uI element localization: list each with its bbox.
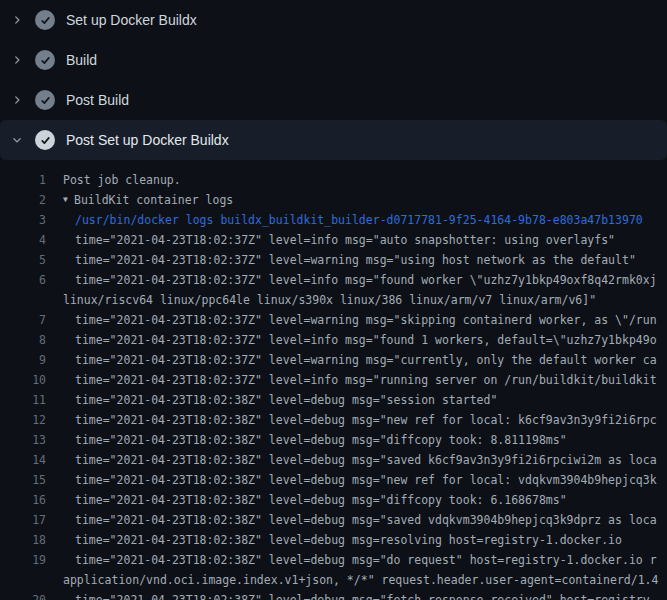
chevron-down-icon xyxy=(11,135,23,145)
log-line-number[interactable]: 7 xyxy=(0,310,46,330)
log-line: 1 Post job cleanup. xyxy=(0,170,667,190)
log-line-text: time="2021-04-23T18:02:38Z" level=debug … xyxy=(46,530,622,550)
log-line-number[interactable]: 19 xyxy=(0,550,46,570)
check-circle-icon xyxy=(35,90,55,110)
log-line-text: time="2021-04-23T18:02:38Z" level=debug … xyxy=(46,510,657,530)
log-line-number[interactable]: 1 xyxy=(0,170,46,190)
log-line-number[interactable] xyxy=(0,290,46,310)
log-line: 9 time="2021-04-23T18:02:37Z" level=warn… xyxy=(0,350,667,370)
log-line-text: time="2021-04-23T18:02:37Z" level=info m… xyxy=(46,230,615,250)
log-line: 7 time="2021-04-23T18:02:37Z" level=warn… xyxy=(0,310,667,330)
log-line: 10 time="2021-04-23T18:02:37Z" level=inf… xyxy=(0,370,667,390)
log-line-text: application/vnd.oci.image.index.v1+json,… xyxy=(46,570,658,590)
collapse-triangle-icon[interactable]: ▼ xyxy=(46,190,74,210)
step-header-post-build[interactable]: Post Build xyxy=(0,80,667,120)
step-header-post-set-up-docker-buildx[interactable]: Post Set up Docker Buildx xyxy=(0,120,667,160)
log-line-number[interactable]: 8 xyxy=(0,330,46,350)
check-circle-icon xyxy=(35,10,55,30)
log-line-text: time="2021-04-23T18:02:37Z" level=warnin… xyxy=(46,250,636,270)
log-group-toggle[interactable]: 2 ▼ BuildKit container logs xyxy=(0,190,667,210)
log-line-text: time="2021-04-23T18:02:37Z" level=info m… xyxy=(46,370,657,390)
log-line-text: time="2021-04-23T18:02:38Z" level=debug … xyxy=(46,410,657,430)
log-viewer: 1 Post job cleanup. 2 ▼ BuildKit contain… xyxy=(0,160,667,600)
log-line-text: time="2021-04-23T18:02:37Z" level=warnin… xyxy=(46,310,657,330)
log-line: application/vnd.oci.image.index.v1+json,… xyxy=(0,570,667,590)
log-line: 18 time="2021-04-23T18:02:38Z" level=deb… xyxy=(0,530,667,550)
log-line-number[interactable]: 2 xyxy=(0,190,46,210)
log-line: 6 time="2021-04-23T18:02:37Z" level=info… xyxy=(0,270,667,290)
log-line-number[interactable]: 4 xyxy=(0,230,46,250)
log-line-text: time="2021-04-23T18:02:38Z" level=debug … xyxy=(46,390,497,410)
log-line-number[interactable] xyxy=(0,570,46,590)
log-line-number[interactable]: 6 xyxy=(0,270,46,290)
log-line-text: time="2021-04-23T18:02:37Z" level=info m… xyxy=(46,270,657,290)
log-line-number[interactable]: 20 xyxy=(0,590,46,600)
log-line: 16 time="2021-04-23T18:02:38Z" level=deb… xyxy=(0,490,667,510)
log-line-number[interactable]: 12 xyxy=(0,410,46,430)
log-line: 5 time="2021-04-23T18:02:37Z" level=warn… xyxy=(0,250,667,270)
log-line: 8 time="2021-04-23T18:02:37Z" level=info… xyxy=(0,330,667,350)
log-line-number[interactable]: 18 xyxy=(0,530,46,550)
step-label: Set up Docker Buildx xyxy=(66,12,197,28)
step-header-set-up-docker-buildx[interactable]: Set up Docker Buildx xyxy=(0,0,667,40)
check-circle-icon xyxy=(35,130,55,150)
log-line: 14 time="2021-04-23T18:02:38Z" level=deb… xyxy=(0,450,667,470)
chevron-right-icon xyxy=(11,95,23,105)
log-line-text: time="2021-04-23T18:02:38Z" level=debug … xyxy=(46,470,657,490)
log-line: 12 time="2021-04-23T18:02:38Z" level=deb… xyxy=(0,410,667,430)
log-line-number[interactable]: 16 xyxy=(0,490,46,510)
log-line: 15 time="2021-04-23T18:02:38Z" level=deb… xyxy=(0,470,667,490)
step-header-build[interactable]: Build xyxy=(0,40,667,80)
log-line: 19 time="2021-04-23T18:02:38Z" level=deb… xyxy=(0,550,667,570)
log-line: 4 time="2021-04-23T18:02:37Z" level=info… xyxy=(0,230,667,250)
check-circle-icon xyxy=(35,50,55,70)
workflow-steps: Set up Docker Buildx Build Post Build xyxy=(0,0,667,160)
log-line-number[interactable]: 5 xyxy=(0,250,46,270)
log-line-text: Post job cleanup. xyxy=(46,170,181,190)
log-line-text: time="2021-04-23T18:02:37Z" level=info m… xyxy=(46,330,657,350)
chevron-right-icon xyxy=(11,55,23,65)
log-line-number[interactable]: 15 xyxy=(0,470,46,490)
log-line-number[interactable]: 17 xyxy=(0,510,46,530)
log-command-text: /usr/bin/docker logs buildx_buildkit_bui… xyxy=(46,210,643,230)
log-line-text: time="2021-04-23T18:02:38Z" level=debug … xyxy=(46,490,567,510)
log-line-number[interactable]: 14 xyxy=(0,450,46,470)
log-line-text: time="2021-04-23T18:02:38Z" level=debug … xyxy=(46,430,567,450)
log-line-text: time="2021-04-23T18:02:38Z" level=debug … xyxy=(46,590,657,600)
log-line: 3 /usr/bin/docker logs buildx_buildkit_b… xyxy=(0,210,667,230)
step-label: Post Build xyxy=(66,92,129,108)
step-label: Build xyxy=(66,52,97,68)
log-line-number[interactable]: 13 xyxy=(0,430,46,450)
log-line-text: time="2021-04-23T18:02:37Z" level=warnin… xyxy=(46,350,657,370)
step-label: Post Set up Docker Buildx xyxy=(66,132,229,148)
log-line-text: time="2021-04-23T18:02:38Z" level=debug … xyxy=(46,550,657,570)
log-line-text: BuildKit container logs xyxy=(74,190,233,210)
log-line: 20 time="2021-04-23T18:02:38Z" level=deb… xyxy=(0,590,667,600)
log-line-number[interactable]: 11 xyxy=(0,390,46,410)
log-line: 13 time="2021-04-23T18:02:38Z" level=deb… xyxy=(0,430,667,450)
log-line: linux/riscv64 linux/ppc64le linux/s390x … xyxy=(0,290,667,310)
log-line: 17 time="2021-04-23T18:02:38Z" level=deb… xyxy=(0,510,667,530)
log-line-number[interactable]: 3 xyxy=(0,210,46,230)
log-line-number[interactable]: 10 xyxy=(0,370,46,390)
log-line: 11 time="2021-04-23T18:02:38Z" level=deb… xyxy=(0,390,667,410)
log-line-number[interactable]: 9 xyxy=(0,350,46,370)
log-line-text: linux/riscv64 linux/ppc64le linux/s390x … xyxy=(46,290,596,310)
chevron-right-icon xyxy=(11,15,23,25)
log-line-text: time="2021-04-23T18:02:38Z" level=debug … xyxy=(46,450,657,470)
